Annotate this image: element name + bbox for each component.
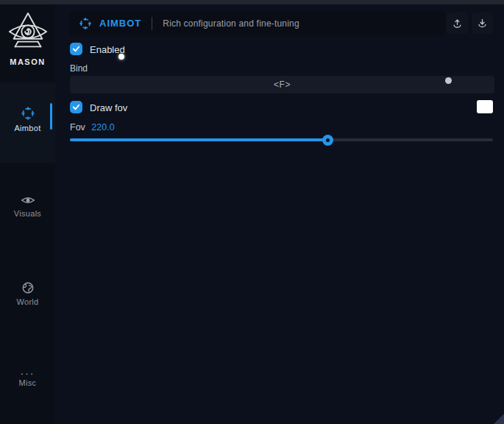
mouse-cursor-dot (118, 54, 124, 60)
fov-value: 220.0 (91, 122, 114, 132)
bind-keybind-button[interactable]: <F> (70, 76, 494, 93)
fov-color-swatch[interactable] (477, 100, 493, 113)
page-subtitle: Rich configuration and fine-tuning (163, 18, 299, 29)
sidebar-item-label: World (0, 297, 55, 306)
export-config-button[interactable] (447, 13, 468, 34)
fov-label: Fov (70, 122, 85, 132)
sidebar-item-label: Aimbot (0, 124, 55, 132)
fov-slider-thumb[interactable] (322, 135, 333, 146)
ellipsis-icon: ··· (0, 370, 55, 378)
sidebar-item-visuals[interactable]: Visuals (0, 190, 55, 228)
header-divider (152, 17, 152, 30)
sidebar-item-aimbot[interactable]: Aimbot (0, 82, 55, 163)
checkmark-icon (72, 103, 80, 111)
brand-name: MASON (0, 57, 55, 66)
page-header: AIMBOT Rich configuration and fine-tunin… (70, 11, 445, 35)
checkmark-icon (72, 45, 80, 53)
crosshair-icon (21, 106, 35, 121)
sidebar-item-misc[interactable]: ··· Misc (0, 367, 55, 402)
draw-fov-label: Draw fov (90, 102, 127, 113)
download-icon (477, 18, 488, 29)
import-config-button[interactable] (472, 13, 493, 34)
window-top-edge (0, 0, 504, 4)
crosshair-icon (79, 17, 92, 30)
window-resize-corner (494, 414, 504, 424)
fov-slider-fill (70, 138, 328, 141)
globe-icon (21, 281, 35, 294)
sidebar-item-world[interactable]: World (0, 277, 55, 315)
fov-value-row: Fov 220.0 (70, 122, 115, 132)
draw-fov-checkbox[interactable] (70, 101, 82, 113)
active-tab-indicator (50, 103, 52, 130)
sidebar-item-label: Visuals (0, 209, 55, 218)
eye-pyramid-logo-icon (7, 10, 49, 56)
brand-logo: MASON (0, 10, 55, 66)
mason-menu-window: MASON Aimbot Visuals (0, 0, 504, 424)
sidebar-item-label: Misc (0, 378, 55, 387)
fov-slider[interactable] (70, 138, 493, 141)
enabled-checkbox[interactable] (70, 43, 82, 55)
upload-icon (452, 18, 463, 29)
sidebar: MASON Aimbot Visuals (0, 4, 55, 424)
cursor-trail-dot (445, 77, 452, 84)
bind-value: <F> (274, 80, 291, 90)
page-title: AIMBOT (99, 18, 141, 29)
bind-label: Bind (70, 63, 88, 74)
eye-icon (21, 194, 35, 206)
